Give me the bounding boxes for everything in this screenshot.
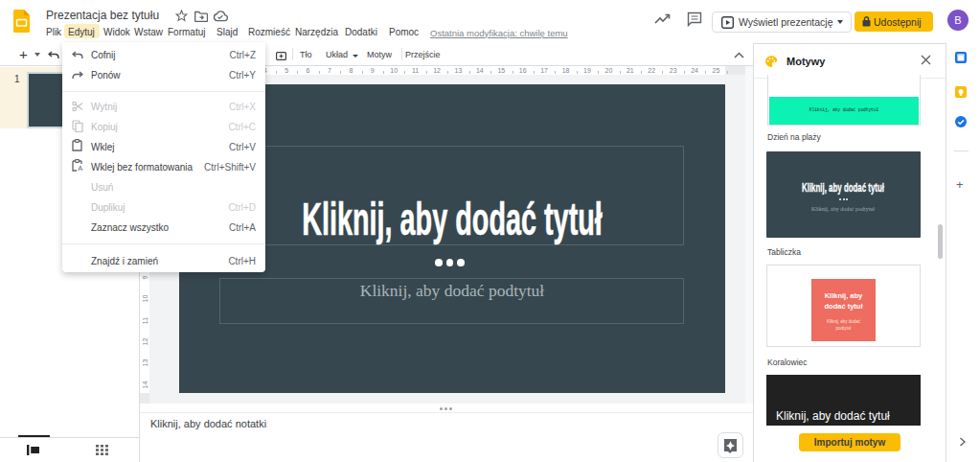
svg-text:A: A <box>78 164 82 172</box>
